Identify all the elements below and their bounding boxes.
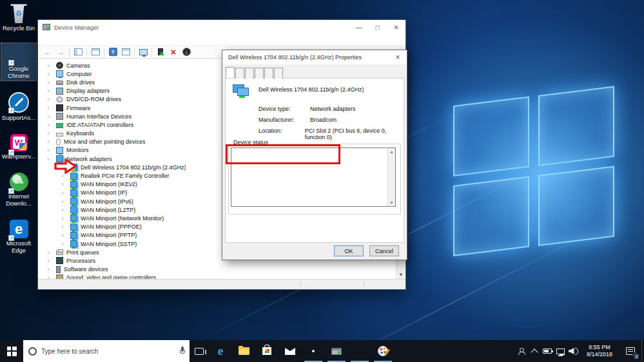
mail-icon (285, 348, 295, 355)
uninstall-icon (169, 47, 179, 57)
chevron-icon[interactable] (59, 224, 66, 230)
chevron-icon[interactable] (59, 207, 66, 213)
close-icon[interactable]: × (393, 53, 403, 62)
tray-icon-button[interactable] (528, 340, 541, 362)
toolbar-button[interactable] (119, 46, 132, 58)
chevron-icon[interactable] (44, 266, 52, 272)
taskbar-clock[interactable]: 8:55 PM 8/14/2018 (580, 340, 620, 362)
chevron-icon[interactable] (45, 155, 52, 163)
chevron-icon[interactable] (59, 198, 66, 205)
clock-date: 8/14/2018 (580, 351, 620, 358)
toolbar-button[interactable] (104, 48, 104, 57)
chevron-icon[interactable] (44, 62, 52, 69)
ok-button[interactable]: OK (334, 245, 364, 256)
toolbar-button[interactable] (137, 46, 150, 58)
tree-item[interactable]: Sound, video and game controllers (38, 274, 405, 279)
toolbar-button[interactable] (134, 48, 135, 57)
dialog-titlebar[interactable]: Dell Wireless 1704 802.11b/g/n (2.4GHz) … (222, 50, 407, 64)
tray-icon-button[interactable] (515, 340, 528, 362)
scroll-up-icon[interactable]: ▲ (388, 148, 395, 155)
desktop-icon[interactable]: ↗ SupportAs... (1, 91, 36, 122)
toolbar-button[interactable] (72, 46, 84, 58)
taskbar-app-button[interactable] (371, 340, 395, 362)
scroll-down-icon[interactable]: ▼ (388, 199, 395, 206)
chevron-icon[interactable] (44, 249, 52, 256)
toolbar-button[interactable] (41, 46, 54, 58)
action-center-button[interactable]: 3 (620, 340, 641, 362)
search-input[interactable] (41, 348, 175, 355)
chevron-icon[interactable] (59, 215, 66, 222)
windows-logo-pane (538, 86, 614, 166)
toolbar-button[interactable] (89, 46, 102, 58)
dialog-tab[interactable] (255, 68, 264, 79)
toolbar-button[interactable] (180, 46, 193, 58)
ide-controller-icon (56, 123, 63, 128)
taskbar-app-button[interactable] (255, 340, 278, 362)
supportassist-icon (312, 350, 315, 352)
chevron-icon[interactable] (59, 181, 66, 187)
keyboard-icon (56, 133, 63, 137)
taskbar-app-button[interactable] (232, 340, 255, 362)
chevron-icon[interactable] (44, 88, 52, 94)
tray-icon-button[interactable] (554, 340, 567, 362)
chevron-icon[interactable] (44, 96, 52, 102)
task-view-button[interactable] (190, 340, 209, 362)
close-button[interactable]: × (387, 20, 405, 34)
desktop-icon[interactable]: e ↗ MicrosoftEdge (1, 218, 36, 255)
microphone-icon[interactable] (180, 347, 184, 356)
toolbar-button[interactable] (167, 46, 180, 58)
toolbar-button[interactable] (86, 48, 87, 57)
taskbar-app-button[interactable] (278, 340, 302, 362)
start-button[interactable] (0, 340, 23, 362)
device-manager-titlebar[interactable]: Device Manager — □ × (38, 20, 405, 34)
chevron-icon[interactable] (44, 258, 52, 264)
taskbar-app-button[interactable]: e (209, 340, 232, 362)
toolbar-button[interactable] (154, 46, 167, 58)
maximize-button[interactable]: □ (368, 20, 387, 34)
dialog-tab[interactable] (235, 68, 244, 79)
desktop-icon[interactable]: Recycle Bin (1, 3, 36, 33)
chevron-icon[interactable] (44, 138, 52, 145)
toolbar-button[interactable] (106, 46, 119, 58)
desktop-icon[interactable]: ↗ GoogleChrome (1, 43, 36, 81)
status-scrollbar[interactable]: ▲ ▼ (387, 148, 395, 206)
taskbar-search[interactable] (23, 340, 190, 362)
cancel-button[interactable]: Cancel (369, 245, 399, 256)
chevron-icon[interactable] (59, 232, 66, 238)
chevron-icon[interactable] (44, 130, 52, 137)
minimize-button[interactable]: — (349, 20, 368, 34)
show-desktop-button[interactable] (641, 340, 644, 362)
chevron-icon[interactable] (44, 113, 52, 120)
dialog-tab[interactable] (245, 68, 254, 79)
status-line (235, 164, 385, 171)
tree-item[interactable]: Software devices (38, 265, 405, 274)
tree-item-label: Monitors (66, 147, 89, 153)
toolbar-button[interactable] (151, 48, 152, 57)
desktop-icon[interactable]: W ↗ Wampserv... (1, 133, 36, 161)
tray-icon-button[interactable] (567, 340, 580, 362)
toolbar-button[interactable] (54, 46, 67, 58)
tray-icon-button[interactable] (541, 340, 554, 362)
tree-item-label: Firmware (66, 105, 91, 111)
dialog-tab[interactable] (274, 68, 283, 79)
dialog-tab[interactable] (264, 68, 273, 79)
taskbar-app-button[interactable] (302, 340, 325, 362)
tree-item-label: Software devices (64, 266, 108, 272)
network-adapter-icon (70, 181, 77, 188)
forward-icon (56, 47, 66, 57)
toolbar-button[interactable] (69, 48, 70, 57)
chevron-icon[interactable] (59, 241, 66, 247)
dialog-tab[interactable] (226, 67, 235, 78)
desktop-icon[interactable]: ↗ InternetDownlo... (1, 171, 36, 208)
chevron-icon[interactable] (59, 189, 66, 196)
chevron-icon[interactable] (44, 274, 52, 279)
taskbar-app-button[interactable] (348, 340, 371, 362)
chevron-icon[interactable] (44, 105, 52, 111)
chevron-icon[interactable] (44, 71, 52, 77)
taskbar-app-button[interactable] (325, 340, 348, 362)
chevron-icon[interactable] (44, 79, 52, 86)
dialog-tabs (222, 64, 407, 78)
chevron-icon[interactable] (44, 122, 52, 128)
scroll-down-icon[interactable]: ▼ (396, 271, 405, 279)
chevron-icon[interactable] (44, 147, 52, 153)
